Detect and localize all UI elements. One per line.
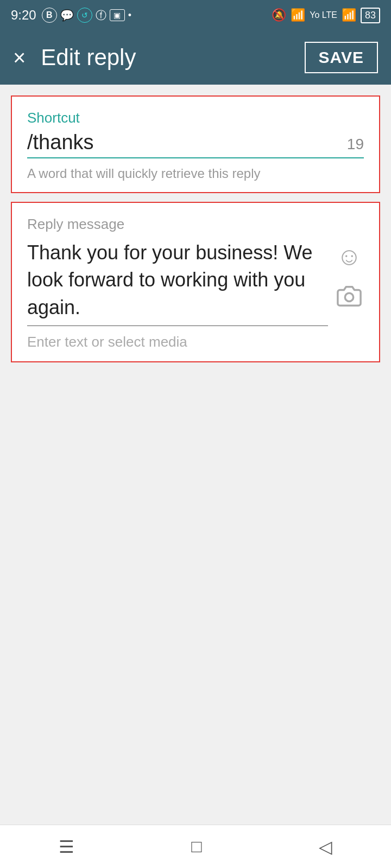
battery-icon: 83 bbox=[361, 8, 380, 23]
camera-icon bbox=[337, 284, 362, 309]
lte-icon: Yo LTE bbox=[310, 10, 337, 20]
reply-card: Reply message Thank you for your busines… bbox=[11, 202, 380, 362]
menu-icon: ☰ bbox=[59, 837, 74, 857]
home-icon: □ bbox=[191, 837, 201, 857]
emoji-button[interactable]: ☺ bbox=[335, 241, 364, 271]
save-button[interactable]: SAVE bbox=[305, 42, 378, 73]
home-nav-button[interactable]: □ bbox=[175, 831, 218, 862]
reply-text-area[interactable]: Thank you for your business! We look for… bbox=[27, 239, 328, 350]
reply-text[interactable]: Thank you for your business! We look for… bbox=[27, 239, 328, 326]
toolbar-left: × Edit reply bbox=[13, 44, 136, 71]
status-right: 🔕 📶 Yo LTE 📶 83 bbox=[272, 8, 380, 23]
tv-icon: ▣ bbox=[110, 9, 125, 21]
back-nav-button[interactable]: ◁ bbox=[302, 831, 349, 863]
signal-icon: 📶 bbox=[342, 8, 356, 22]
reply-placeholder: Enter text or select media bbox=[27, 334, 328, 350]
reply-icons: ☺ bbox=[335, 239, 364, 311]
b-icon: B bbox=[42, 8, 57, 23]
shortcut-value[interactable]: /thanks bbox=[27, 131, 94, 154]
emoji-icon: ☺ bbox=[337, 241, 362, 271]
status-icons: B 💬 ↺ ⓕ ▣ • bbox=[42, 8, 131, 23]
chat-icon: 💬 bbox=[60, 9, 74, 22]
camera-button[interactable] bbox=[335, 282, 364, 311]
svg-point-0 bbox=[345, 293, 353, 301]
back-icon: ◁ bbox=[319, 837, 332, 857]
time: 9:20 bbox=[11, 8, 36, 23]
toolbar: × Edit reply SAVE bbox=[0, 30, 391, 85]
status-left: 9:20 B 💬 ↺ ⓕ ▣ • bbox=[11, 8, 131, 23]
reply-body: Thank you for your business! We look for… bbox=[27, 239, 364, 350]
main-content: Shortcut /thanks 19 A word that will qui… bbox=[0, 85, 391, 868]
status-bar: 9:20 B 💬 ↺ ⓕ ▣ • 🔕 📶 Yo LTE 📶 83 bbox=[0, 0, 391, 30]
reply-label: Reply message bbox=[27, 216, 364, 233]
bottom-nav: ☰ □ ◁ bbox=[0, 825, 391, 868]
sync-icon: ↺ bbox=[77, 8, 92, 23]
shortcut-card: Shortcut /thanks 19 A word that will qui… bbox=[11, 95, 380, 193]
fb-icon: ⓕ bbox=[96, 8, 106, 23]
shortcut-hint: A word that will quickly retrieve this r… bbox=[27, 166, 364, 181]
page-title: Edit reply bbox=[41, 44, 136, 71]
wifi-icon: 📶 bbox=[291, 8, 305, 22]
shortcut-label: Shortcut bbox=[27, 110, 364, 126]
dot-icon: • bbox=[128, 10, 131, 21]
shortcut-row: /thanks 19 bbox=[27, 131, 364, 158]
shortcut-char-count: 19 bbox=[347, 136, 364, 153]
mute-icon: 🔕 bbox=[272, 8, 286, 22]
close-button[interactable]: × bbox=[13, 47, 26, 68]
menu-nav-button[interactable]: ☰ bbox=[42, 831, 91, 863]
